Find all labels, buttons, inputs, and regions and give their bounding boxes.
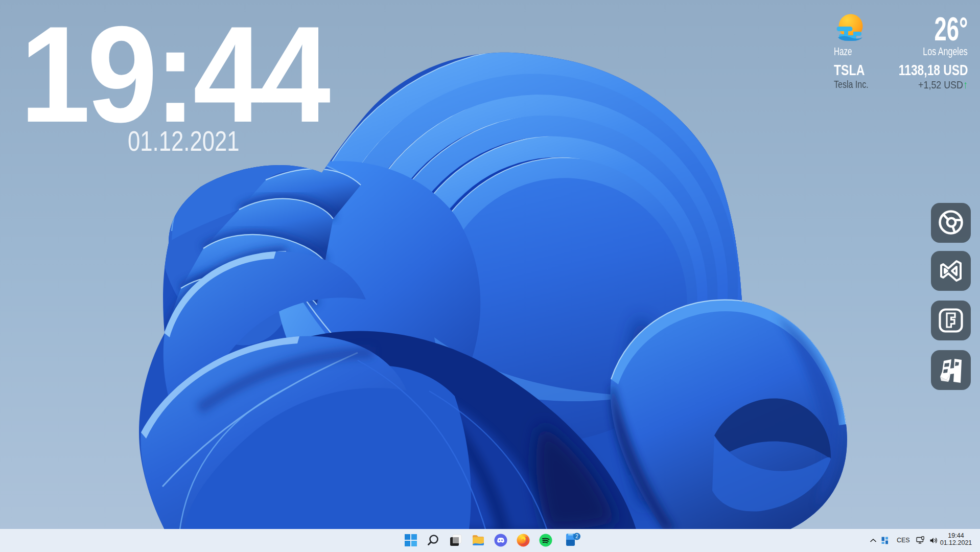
svg-text:2: 2 — [575, 534, 578, 539]
